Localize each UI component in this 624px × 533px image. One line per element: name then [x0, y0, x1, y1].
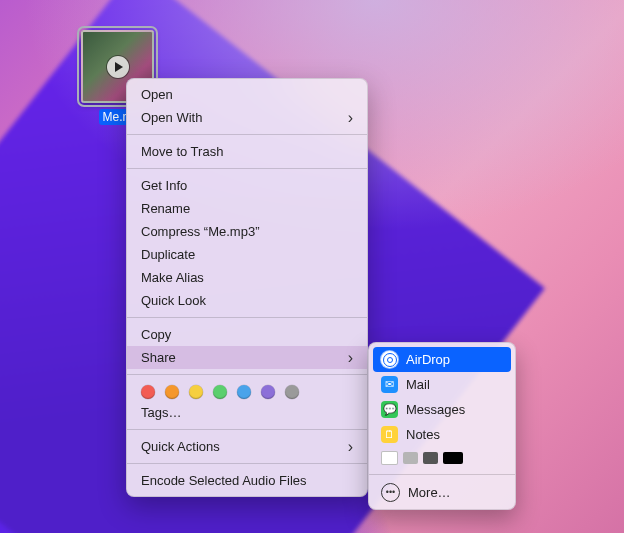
swatch-black[interactable] — [443, 452, 463, 464]
tag-gray[interactable] — [285, 385, 299, 399]
menu-open-with[interactable]: Open With — [127, 106, 367, 129]
separator — [369, 474, 515, 475]
tag-yellow[interactable] — [189, 385, 203, 399]
notes-icon: 🗒 — [381, 426, 398, 443]
menu-tags-label: Tags… — [141, 404, 181, 421]
share-mail[interactable]: ✉ Mail — [369, 372, 515, 397]
menu-compress-label: Compress “Me.mp3” — [141, 223, 259, 240]
menu-open[interactable]: Open — [127, 83, 367, 106]
messages-icon: 💬 — [381, 401, 398, 418]
separator — [127, 317, 367, 318]
share-more-label: More… — [408, 483, 451, 502]
menu-quick-actions[interactable]: Quick Actions — [127, 435, 367, 458]
share-notes-label: Notes — [406, 425, 440, 444]
menu-share-label: Share — [141, 349, 176, 366]
menu-rename[interactable]: Rename — [127, 197, 367, 220]
menu-open-label: Open — [141, 86, 173, 103]
menu-compress[interactable]: Compress “Me.mp3” — [127, 220, 367, 243]
tag-green[interactable] — [213, 385, 227, 399]
separator — [127, 429, 367, 430]
menu-duplicate[interactable]: Duplicate — [127, 243, 367, 266]
play-icon — [107, 56, 129, 78]
menu-copy[interactable]: Copy — [127, 323, 367, 346]
menu-make-alias[interactable]: Make Alias — [127, 266, 367, 289]
menu-tags[interactable]: Tags… — [127, 401, 367, 424]
airdrop-icon — [381, 351, 398, 368]
more-icon: ••• — [381, 483, 400, 502]
menu-quick-actions-label: Quick Actions — [141, 438, 220, 455]
tag-purple[interactable] — [261, 385, 275, 399]
menu-get-info-label: Get Info — [141, 177, 187, 194]
menu-copy-label: Copy — [141, 326, 171, 343]
separator — [127, 134, 367, 135]
menu-get-info[interactable]: Get Info — [127, 174, 367, 197]
swatch-white[interactable] — [381, 451, 398, 465]
menu-share[interactable]: Share — [127, 346, 367, 369]
tag-orange[interactable] — [165, 385, 179, 399]
share-submenu: AirDrop ✉ Mail 💬 Messages 🗒 Notes ••• Mo… — [368, 342, 516, 510]
menu-make-alias-label: Make Alias — [141, 269, 204, 286]
swatch-lightgray[interactable] — [403, 452, 418, 464]
menu-encode-label: Encode Selected Audio Files — [141, 472, 307, 489]
menu-move-to-trash-label: Move to Trash — [141, 143, 223, 160]
share-airdrop-label: AirDrop — [406, 350, 450, 369]
menu-quick-look[interactable]: Quick Look — [127, 289, 367, 312]
separator — [127, 168, 367, 169]
menu-move-to-trash[interactable]: Move to Trash — [127, 140, 367, 163]
share-messages[interactable]: 💬 Messages — [369, 397, 515, 422]
context-menu: Open Open With Move to Trash Get Info Re… — [126, 78, 368, 497]
menu-rename-label: Rename — [141, 200, 190, 217]
share-messages-label: Messages — [406, 400, 465, 419]
tags-row — [127, 380, 367, 401]
tag-blue[interactable] — [237, 385, 251, 399]
menu-quick-look-label: Quick Look — [141, 292, 206, 309]
share-notes[interactable]: 🗒 Notes — [369, 422, 515, 447]
share-airdrop[interactable]: AirDrop — [373, 347, 511, 372]
swatch-darkgray[interactable] — [423, 452, 438, 464]
separator — [127, 463, 367, 464]
menu-duplicate-label: Duplicate — [141, 246, 195, 263]
menu-open-with-label: Open With — [141, 109, 202, 126]
share-more[interactable]: ••• More… — [369, 480, 515, 505]
mail-icon: ✉ — [381, 376, 398, 393]
menu-encode-audio[interactable]: Encode Selected Audio Files — [127, 469, 367, 492]
separator — [127, 374, 367, 375]
share-mail-label: Mail — [406, 375, 430, 394]
tag-red[interactable] — [141, 385, 155, 399]
share-swatch-row[interactable] — [369, 447, 515, 469]
